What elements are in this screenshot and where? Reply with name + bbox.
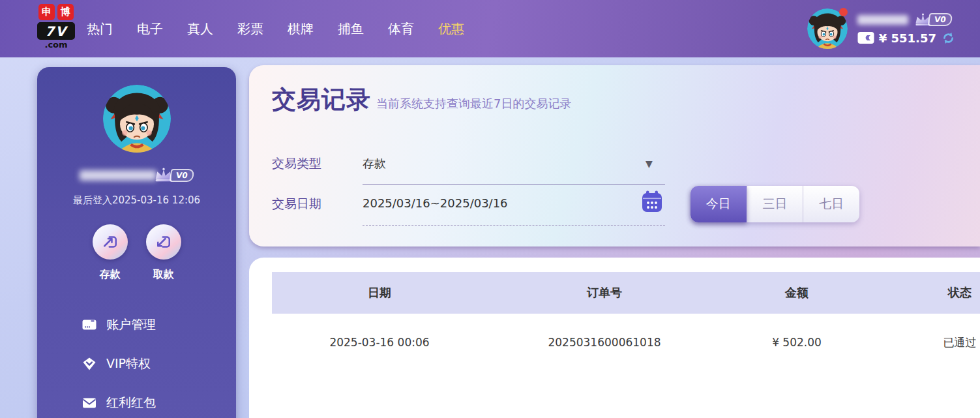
nav-item-hot[interactable]: 热门 [87,20,113,38]
page-subtitle: 当前系统支持查询最近7日的交易记录 [376,96,571,112]
table-row: 2025-03-16 00:06 2025031600061018 ¥ 502.… [272,314,980,371]
wallet-icon [857,31,874,44]
nav-item-promo[interactable]: 优惠 [438,20,464,38]
avatar-illustration [103,85,171,153]
col-header-date: 日期 [272,272,487,314]
nav-item-fishing[interactable]: 捕鱼 [338,20,364,38]
logo-com: .com [37,40,75,50]
transaction-table-panel: 日期 订单号 金额 状态 2025-03-16 00:06 2025031600… [249,258,980,418]
page-root: 申 博 7V .com 热门 电子 真人 彩票 棋牌 捕鱼 体育 优惠 [0,0,980,418]
main-menu: 热门 电子 真人 彩票 棋牌 捕鱼 体育 优惠 [87,0,464,57]
cell-status: 已通过 [872,314,980,371]
withdraw-label: 取款 [146,268,181,282]
user-avatar[interactable] [807,8,848,49]
table-header-row: 日期 订单号 金额 状态 [272,272,980,314]
quick-actions: 存款 取款 [37,224,236,282]
withdraw-button[interactable]: 取款 [146,224,181,282]
vip-level-badge: V0 [927,13,952,26]
panel-title-row: 交易记录 当前系统支持查询最近7日的交易记录 [272,83,571,116]
deposit-label: 存款 [93,268,128,282]
vip-level-badge: V0 [170,169,194,182]
sidebar-avatar [103,85,171,153]
vip-diamond-icon [82,356,97,372]
logo-7v: 7V [37,22,75,40]
chevron-down-icon[interactable]: ▼ [646,158,653,169]
transaction-type-value[interactable]: 存款 [363,156,386,172]
logo-tile-bo: 博 [57,4,74,20]
refresh-balance-icon[interactable] [942,31,955,45]
sidebar-item-account[interactable]: 账户管理 [37,305,236,344]
top-nav: 申 博 7V .com 热门 电子 真人 彩票 棋牌 捕鱼 体育 优惠 [0,0,980,57]
date-range-button-group: 今日 三日 七日 [690,186,859,222]
sidebar-item-label: 红利红包 [106,395,156,411]
sidebar-menu: 账户管理 VIP特权 红利红包 [37,305,236,418]
sidebar-item-bonus[interactable]: 红利红包 [37,383,236,418]
cell-date: 2025-03-16 00:06 [272,314,487,371]
transaction-date-label: 交易日期 [272,196,321,213]
nav-item-lottery[interactable]: 彩票 [237,20,263,38]
nav-item-sports[interactable]: 体育 [388,20,414,38]
deposit-icon [100,232,120,252]
red-packet-envelope-icon [82,395,97,411]
balance-amount: ¥ 551.57 [879,31,936,45]
calendar-icon[interactable] [642,190,662,213]
cell-order-no: 2025031600061018 [487,314,722,371]
col-header-amount: 金额 [722,272,872,314]
nav-item-live[interactable]: 真人 [187,20,213,38]
withdraw-icon [154,232,173,252]
username-redacted [857,15,908,25]
cell-amount: ¥ 502.00 [722,314,872,371]
sidebar-item-vip[interactable]: VIP特权 [37,344,236,383]
last-login-text: 最后登入2025-03-16 12:06 [37,194,236,207]
logo-tile-shen: 申 [38,4,55,20]
nav-item-slots[interactable]: 电子 [137,20,163,38]
nav-user-area: V0 ¥ 551.57 [807,0,955,57]
range-3day-button[interactable]: 三日 [747,186,803,222]
sidebar-item-label: 账户管理 [106,316,156,333]
page-title: 交易记录 [272,83,371,116]
col-header-order-no: 订单号 [487,272,722,314]
bank-card-icon [82,317,97,333]
date-field-underline [363,225,665,226]
range-7day-button[interactable]: 七日 [803,186,859,222]
site-logo[interactable]: 申 博 7V .com [37,4,75,50]
notification-dot [839,8,848,16]
sidebar-item-label: VIP特权 [106,355,151,372]
type-field-underline [363,184,665,185]
transaction-filter-panel: 交易记录 当前系统支持查询最近7日的交易记录 交易类型 存款 ▼ 交易日期 20… [249,65,980,246]
nav-user-info: V0 ¥ 551.57 [857,12,955,46]
username-redacted [80,170,156,181]
deposit-button[interactable]: 存款 [93,224,128,282]
user-sidebar: V0 最后登入2025-03-16 12:06 存款 [37,67,236,418]
transaction-date-value[interactable]: 2025/03/16~2025/03/16 [363,196,508,210]
col-header-status: 状态 [872,272,980,314]
range-today-button[interactable]: 今日 [690,186,747,222]
nav-item-chess[interactable]: 棋牌 [288,20,314,38]
transaction-type-label: 交易类型 [272,155,321,172]
sidebar-username-row: V0 [37,168,236,183]
